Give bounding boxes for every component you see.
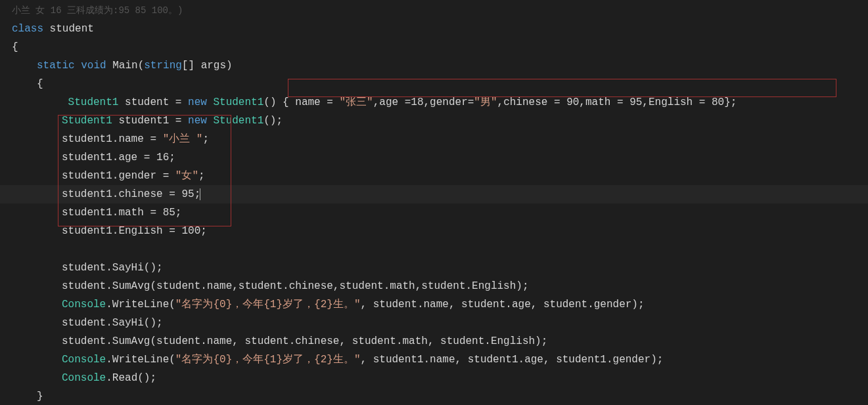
code-line: Console.WriteLine("名字为{0}，今年{1}岁了，{2}生。"… (0, 295, 868, 314)
code-line-active: student1.chinese = 95; (0, 185, 868, 203)
text-caret (200, 188, 200, 200)
code-line: { (0, 75, 868, 93)
code-line: student1.name = "小兰 "; (0, 130, 868, 148)
code-line: Console.WriteLine("名字为{0}，今年{1}岁了，{2}生。"… (0, 351, 868, 369)
comment-text: 小兰 女 16 三科成绩为:95 85 100。) (12, 3, 183, 19)
code-line: { (0, 38, 868, 56)
code-line: student.SayHi(); (0, 259, 868, 277)
code-line: student1.math = 85; (0, 203, 868, 222)
code-editor[interactable]: 小兰 女 16 三科成绩为:95 85 100。) class student … (0, 0, 868, 405)
code-line: Student1 student = new Student1() { name… (0, 93, 868, 112)
code-line: 小兰 女 16 三科成绩为:95 85 100。) (0, 1, 868, 20)
code-line: student1.English = 100; (0, 222, 868, 240)
code-line: Student1 student1 = new Student1(); (0, 112, 868, 130)
code-line: class student (0, 20, 868, 38)
code-line: student.SumAvg(student.name, student.chi… (0, 332, 868, 351)
code-line: student.SayHi(); (0, 314, 868, 332)
code-line: static void Main(string[] args) (0, 56, 868, 75)
code-line: student1.gender = "女"; (0, 167, 868, 185)
code-line-blank (0, 240, 868, 259)
code-line: Console.Read(); (0, 369, 868, 387)
code-line: student1.age = 16; (0, 148, 868, 167)
code-line: student.SumAvg(student.name,student.chin… (0, 277, 868, 295)
code-line: } (0, 387, 868, 405)
